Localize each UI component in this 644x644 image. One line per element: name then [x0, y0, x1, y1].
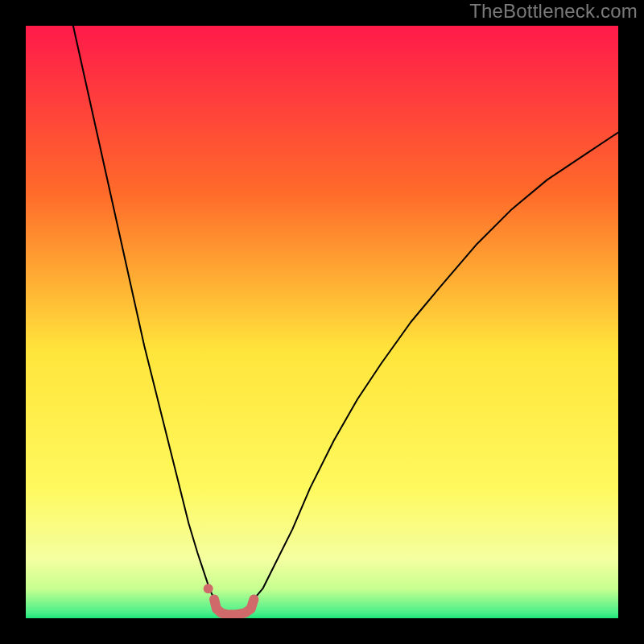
plot-area — [26, 26, 618, 618]
chart-svg — [26, 26, 618, 618]
gradient-background — [26, 26, 618, 618]
points-layer — [204, 584, 213, 593]
point-pink-dot — [204, 584, 213, 593]
watermark-text: TheBottleneck.com — [469, 0, 638, 23]
chart-frame: TheBottleneck.com — [0, 0, 644, 644]
